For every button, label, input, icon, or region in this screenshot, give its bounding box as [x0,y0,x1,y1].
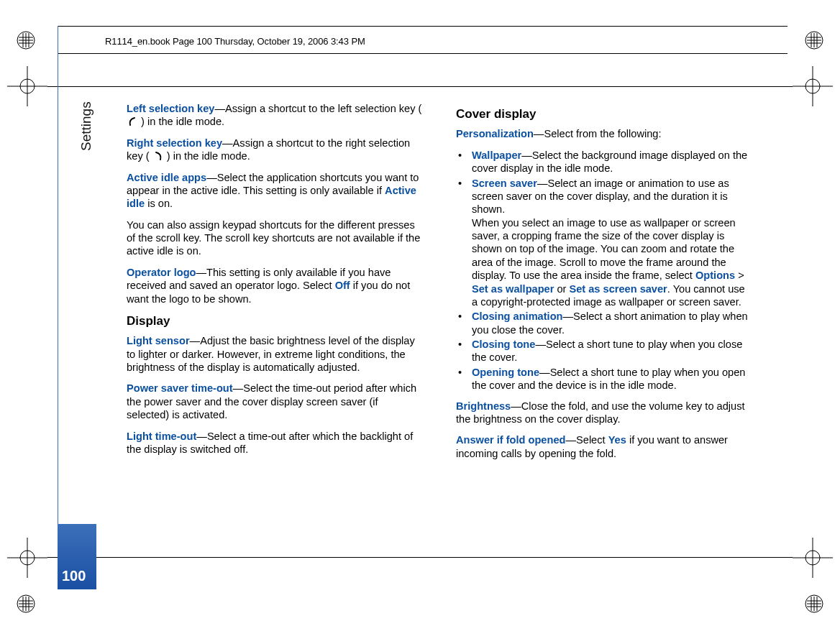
para-light-sensor: Light sensor—Adjust the basic brightness… [127,334,423,374]
option: Set as screen saver [569,283,667,295]
section-label: Settings [78,101,94,151]
para-light-timeout: Light time-out—Select a time-out after w… [127,430,423,456]
personalization-bullets: Wallpaper—Select the background image di… [456,149,752,392]
text: ) in the idle mode. [167,150,250,162]
text: or [554,283,569,295]
right-softkey-icon [152,151,164,161]
term: Operator logo [127,267,196,278]
registration-mark-icon [16,30,36,50]
bullet-closing-tone: Closing tone—Select a short tune to play… [456,338,752,364]
para-answer-if-fold-opened: Answer if fold opened—Select Yes if you … [456,433,752,460]
term: Closing animation [472,310,562,322]
header-rule-top [58,26,788,27]
option: Set as wallpaper [472,283,554,295]
bullet-opening-tone: Opening tone—Select a short tune to play… [456,366,752,392]
bullet-wallpaper: Wallpaper—Select the background image di… [456,149,752,175]
column-right: Cover display Personalization—Select fro… [456,102,752,468]
option: Off [335,280,350,291]
crop-rule-bottom [47,557,793,558]
para-operator-logo: Operator logo—This setting is only avail… [127,266,423,305]
text: > [735,270,744,281]
heading-cover-display: Cover display [456,106,752,121]
text: —Select [565,434,608,446]
page-header-text: R1114_en.book Page 100 Thursday, October… [105,36,365,47]
text: ) in the idle mode. [141,116,224,127]
registration-mark-icon [804,594,824,614]
crosshair-icon [793,538,833,578]
document-page: R1114_en.book Page 100 Thursday, October… [0,0,840,644]
term: Brightness [456,400,511,412]
term: Right selection key [127,137,222,149]
crosshair-icon [793,66,833,106]
text: is on. [145,198,173,209]
bullet-screen-saver: Screen saver—Select an image or animatio… [456,177,752,309]
term: Closing tone [472,339,535,350]
para-power-saver-timeout: Power saver time-out—Select the time-out… [127,382,423,421]
bullet-closing-animation: Closing animation—Select a short animati… [456,310,752,336]
crop-rule-top [47,86,793,87]
term: Answer if fold opened [456,434,565,446]
term: Screen saver [472,178,537,189]
para-active-idle-apps: Active idle apps—Select the application … [127,171,423,211]
content-area: Left selection key—Assign a shortcut to … [127,102,752,468]
option: Options [695,270,735,281]
term: Personalization [456,128,534,139]
term: Light time-out [127,431,196,442]
para-scroll-key-note: You can also assign keypad shortcuts for… [127,218,423,258]
left-softkey-icon [127,116,138,126]
term: Active idle apps [127,172,206,183]
option: Yes [608,434,626,446]
heading-display: Display [127,313,423,328]
registration-mark-icon [804,30,824,50]
page-number: 100 [62,568,86,584]
registration-mark-icon [16,594,36,614]
text: —Assign a shortcut to the left selection… [214,103,421,114]
header-rule-bottom [58,53,788,54]
para-brightness: Brightness—Close the fold, and use the v… [456,400,752,426]
column-left: Left selection key—Assign a shortcut to … [127,102,423,468]
crosshair-icon [7,66,47,106]
text: —Select from the following: [534,128,662,139]
para-personalization: Personalization—Select from the followin… [456,127,752,140]
term: Opening tone [472,367,539,378]
crosshair-icon [7,538,47,578]
side-rule [58,26,58,589]
term: Wallpaper [472,150,521,161]
para-left-selection-key: Left selection key—Assign a shortcut to … [127,102,423,129]
para-right-selection-key: Right selection key—Assign a shortcut to… [127,137,423,163]
term: Power saver time-out [127,382,233,394]
term: Left selection key [127,103,214,114]
term: Light sensor [127,335,190,346]
